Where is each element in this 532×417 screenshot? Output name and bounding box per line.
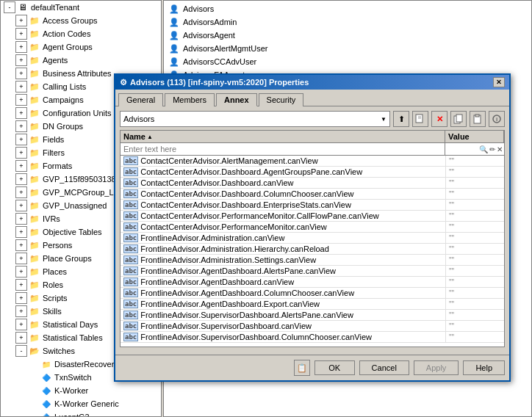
- table-row[interactable]: abc ContactCenterAdvisor.PerformanceMoni…: [121, 222, 504, 233]
- table-cell-name: abc ContactCenterAdvisor.Dashboard.Agent…: [121, 167, 445, 177]
- cell-name-text: ContactCenterAdvisor.Dashboard.AgentGrou…: [140, 167, 362, 176]
- table-cell-value: "": [445, 167, 504, 177]
- table-row[interactable]: abc ContactCenterAdvisor.Dashboard.Colum…: [121, 189, 504, 200]
- value-text: "": [449, 190, 454, 198]
- modal-close-button[interactable]: ✕: [493, 77, 505, 87]
- annex-dropdown[interactable]: Advisors ▼: [120, 111, 390, 127]
- table-cell-value: "": [445, 233, 504, 243]
- filter-icon-clear[interactable]: ✕: [497, 145, 503, 153]
- type-icon: abc: [123, 333, 138, 341]
- table-cell-value: "": [445, 321, 504, 331]
- modal-title-text: Advisors (113) [inf-spiny-vm5:2020] Prop…: [130, 78, 309, 87]
- type-icon: abc: [123, 178, 138, 187]
- table-cell-name: abc ContactCenterAdvisor.AlertManagement…: [121, 156, 445, 166]
- table-row[interactable]: abc ContactCenterAdvisor.Dashboard.Agent…: [121, 167, 504, 178]
- cell-name-text: ContactCenterAdvisor.Dashboard.Enterpris…: [140, 200, 351, 209]
- modal-overlay: ⚙ Advisors (113) [inf-spiny-vm5:2020] Pr…: [0, 0, 532, 417]
- dropdown-arrow-icon: ▼: [381, 116, 387, 123]
- properties-button[interactable]: i: [489, 111, 505, 127]
- table-cell-name: abc ContactCenterAdvisor.Dashboard.canVi…: [121, 178, 445, 188]
- type-icon: abc: [123, 244, 138, 253]
- table-row[interactable]: abc ContactCenterAdvisor.Dashboard.canVi…: [121, 178, 504, 189]
- svg-rect-4: [456, 115, 462, 122]
- type-icon: abc: [123, 222, 138, 231]
- table-row[interactable]: abc FrontlineAdvisor.Administration.Hier…: [121, 244, 504, 255]
- modal-title-icon: ⚙: [120, 78, 127, 87]
- delete-button[interactable]: ✕: [431, 111, 447, 127]
- type-icon: abc: [123, 211, 138, 220]
- value-text: "": [449, 256, 454, 264]
- type-icon: abc: [123, 289, 138, 297]
- tab-general[interactable]: General: [118, 93, 163, 106]
- nav-up-button[interactable]: ⬆: [393, 111, 409, 127]
- copy-button[interactable]: [450, 111, 467, 127]
- cell-name-text: FrontlineAdvisor.AgentDashboard.AlertsPa…: [140, 266, 336, 275]
- type-icon: abc: [123, 189, 138, 198]
- value-text: "": [449, 333, 454, 341]
- table-row[interactable]: abc FrontlineAdvisor.SupervisorDashboard…: [121, 332, 504, 343]
- column-header-value[interactable]: Value: [445, 131, 504, 142]
- modal-titlebar: ⚙ Advisors (113) [inf-spiny-vm5:2020] Pr…: [115, 75, 509, 90]
- cell-name-text: FrontlineAdvisor.Administration.Hierarch…: [140, 244, 329, 253]
- filter-input[interactable]: [121, 143, 445, 155]
- tab-members[interactable]: Members: [165, 93, 215, 106]
- value-text: "": [449, 179, 454, 187]
- modal-content: Advisors ▼ ⬆ ✕ i: [115, 106, 509, 352]
- value-text: "": [449, 311, 454, 319]
- ok-button[interactable]: OK: [314, 360, 355, 375]
- tab-security[interactable]: Security: [259, 93, 304, 106]
- table-cell-name: abc FrontlineAdvisor.SupervisorDashboard…: [121, 310, 445, 320]
- value-text: "": [449, 223, 454, 231]
- table-row[interactable]: abc FrontlineAdvisor.AgentDashboard.Colu…: [121, 288, 504, 299]
- modal-dialog: ⚙ Advisors (113) [inf-spiny-vm5:2020] Pr…: [114, 73, 511, 382]
- value-text: "": [449, 322, 454, 330]
- table-cell-value: "": [445, 288, 504, 298]
- table-row[interactable]: abc FrontlineAdvisor.AgentDashboard.Aler…: [121, 266, 504, 277]
- value-text: "": [449, 267, 454, 275]
- dropdown-row: Advisors ▼ ⬆ ✕ i: [120, 111, 505, 127]
- table-cell-value: "": [445, 299, 504, 309]
- type-icon: abc: [123, 233, 138, 242]
- table-cell-value: "": [445, 156, 504, 166]
- paste-button[interactable]: [470, 111, 486, 127]
- column-header-name[interactable]: Name ▲: [121, 131, 445, 142]
- table-cell-value: "": [445, 200, 504, 210]
- cancel-button[interactable]: Cancel: [359, 360, 409, 375]
- value-text: "": [449, 168, 454, 176]
- table-row[interactable]: abc ContactCenterAdvisor.Dashboard.Enter…: [121, 200, 504, 211]
- table-row[interactable]: abc FrontlineAdvisor.Administration.Sett…: [121, 255, 504, 266]
- table-cell-name: abc ContactCenterAdvisor.PerformanceMoni…: [121, 211, 445, 221]
- cell-name-text: FrontlineAdvisor.AgentDashboard.canView: [140, 278, 294, 286]
- tab-annex[interactable]: Annex: [216, 93, 257, 106]
- modal-title-left: ⚙ Advisors (113) [inf-spiny-vm5:2020] Pr…: [120, 78, 309, 87]
- help-button[interactable]: Help: [463, 360, 505, 375]
- table-row[interactable]: abc FrontlineAdvisor.SupervisorDashboard…: [121, 321, 504, 332]
- table-row[interactable]: abc FrontlineAdvisor.AgentDashboard.Expo…: [121, 299, 504, 310]
- cell-name-text: FrontlineAdvisor.SupervisorDashboard.Col…: [140, 333, 372, 341]
- cell-name-text: FrontlineAdvisor.AgentDashboard.ColumnCh…: [140, 289, 354, 297]
- table-row[interactable]: abc FrontlineAdvisor.SupervisorDashboard…: [121, 310, 504, 321]
- filter-value-area: 🔍 ✏ ✕: [445, 143, 504, 155]
- table-row[interactable]: abc ContactCenterAdvisor.AlertManagement…: [121, 156, 504, 167]
- table-cell-value: "": [445, 332, 504, 342]
- value-text: "": [449, 201, 454, 209]
- apply-button[interactable]: Apply: [414, 360, 459, 375]
- table-row[interactable]: abc FrontlineAdvisor.Administration.canV…: [121, 233, 504, 244]
- filter-icon-edit[interactable]: ✏: [489, 145, 495, 153]
- table-row[interactable]: abc FrontlineAdvisor.AgentDashboard.canV…: [121, 277, 504, 288]
- type-icon: abc: [123, 311, 138, 319]
- cell-name-text: FrontlineAdvisor.AgentDashboard.Export.c…: [140, 300, 320, 308]
- table-cell-name: abc FrontlineAdvisor.Administration.canV…: [121, 233, 445, 243]
- table-row[interactable]: abc ContactCenterAdvisor.PerformanceMoni…: [121, 211, 504, 222]
- table-cell-value: "": [445, 189, 504, 199]
- dropdown-value: Advisors: [123, 115, 154, 123]
- value-text: "": [449, 300, 454, 308]
- cell-name-text: FrontlineAdvisor.SupervisorDashboard.can…: [140, 322, 312, 330]
- footer-copy-button[interactable]: 📋: [294, 360, 310, 376]
- table-cell-name: abc FrontlineAdvisor.AgentDashboard.canV…: [121, 277, 445, 287]
- new-button[interactable]: [412, 111, 428, 127]
- svg-rect-6: [475, 115, 479, 117]
- annex-table: Name ▲ Value 🔍 ✏ ✕: [120, 130, 505, 347]
- filter-icon-search[interactable]: 🔍: [479, 145, 488, 153]
- table-cell-value: "": [445, 310, 504, 320]
